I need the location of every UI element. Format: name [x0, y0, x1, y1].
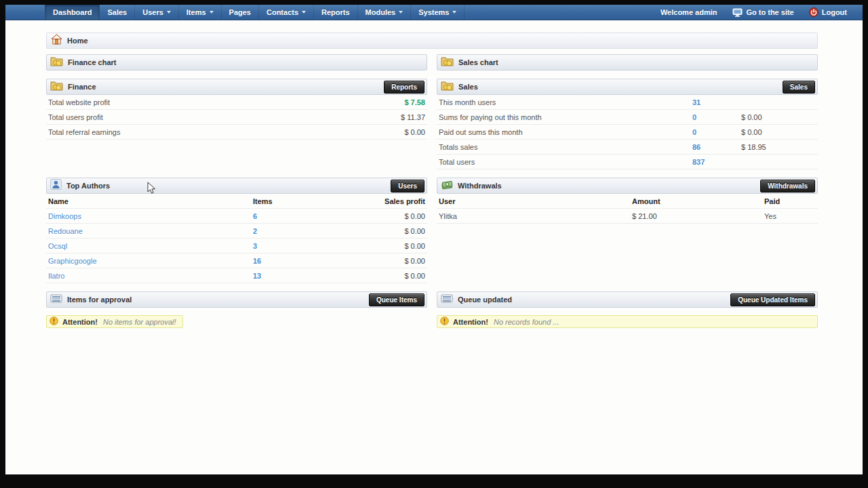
row-label: Paid out sums this month	[439, 128, 692, 136]
main-content: Home Finance chart Sales chart	[5, 20, 863, 328]
panel-title: Items for approval	[67, 296, 132, 304]
author-link[interactable]: Redouane	[48, 227, 83, 235]
nav-reports[interactable]: Reports	[314, 5, 358, 20]
table-row: Sums for paying out this month 0 $ 0.00	[437, 110, 818, 125]
logout-link[interactable]: Logout	[802, 5, 854, 20]
nav-items-label: Items	[186, 8, 206, 16]
row-amount: $ 21.00	[632, 212, 764, 220]
panel-title: Finance chart	[68, 58, 117, 66]
sales-table: This month users 31 Sums for paying out …	[437, 95, 818, 169]
attention-icon	[440, 317, 449, 327]
chevron-down-icon	[302, 11, 306, 14]
users-button[interactable]: Users	[391, 180, 425, 192]
items-count-link[interactable]: 3	[253, 242, 257, 250]
logout-label: Logout	[822, 8, 847, 16]
queue-icon	[50, 293, 62, 306]
breadcrumb-home[interactable]: Home	[67, 37, 88, 45]
nav-users[interactable]: Users	[135, 5, 179, 20]
table-row: Totals sales 86 $ 18.95	[437, 140, 818, 155]
count-link[interactable]: 837	[692, 158, 705, 166]
go-to-site-link[interactable]: Go to the site	[725, 5, 801, 20]
reports-button[interactable]: Reports	[384, 81, 425, 94]
table-row: Ylitka $ 21.00 Yes	[437, 209, 818, 224]
count-link[interactable]: 0	[692, 128, 696, 136]
chevron-down-icon	[210, 11, 214, 14]
withdrawals-panel: Withdrawals Withdrawals User Amount Paid…	[437, 178, 818, 224]
nav-contacts[interactable]: Contacts	[259, 5, 314, 20]
row-label: Sums for paying out this month	[439, 113, 692, 121]
money-folder-icon	[441, 81, 454, 94]
author-link[interactable]: Graphicgoogle	[48, 257, 97, 265]
panel-title: Finance	[68, 83, 96, 91]
finance-panel: Finance Reports Total website profit $ 7…	[46, 79, 427, 140]
nav-items[interactable]: Items	[179, 5, 222, 20]
sales-panel-header: Sales Sales	[437, 79, 818, 95]
nav-systems-label: Systems	[418, 8, 449, 16]
count-link[interactable]: 31	[692, 98, 701, 106]
browser-viewport: Dashboard Sales Users Items Pages Contac…	[5, 5, 863, 474]
author-link[interactable]: Ilatro	[48, 272, 64, 280]
row-label: Total users profit	[48, 113, 401, 121]
attention-message: Attention! No records found ...	[437, 315, 818, 328]
nav-contacts-label: Contacts	[267, 8, 298, 16]
panel-title: Queue updated	[458, 296, 512, 304]
items-count-link[interactable]: 2	[253, 227, 257, 235]
nav-users-label: Users	[142, 8, 163, 16]
queue-updated-panel: Queue updated Queue Updated Items Attent…	[437, 291, 818, 328]
author-link[interactable]: Dimkoops	[48, 212, 81, 220]
row-profit: $ 0.00	[337, 257, 425, 265]
items-count-link[interactable]: 13	[253, 272, 261, 280]
money-folder-icon	[50, 81, 63, 94]
nav-systems[interactable]: Systems	[411, 5, 465, 20]
items-count-link[interactable]: 16	[253, 257, 261, 265]
row-label: Total users	[439, 158, 692, 166]
table-row: Total users profit $ 11.37	[46, 110, 427, 125]
author-link[interactable]: Ocsql	[48, 242, 67, 250]
table-row: This month users 31	[437, 95, 818, 110]
cash-icon	[441, 180, 453, 192]
row-value: $ 11.37	[401, 113, 425, 121]
row-user: Ylitka	[439, 212, 632, 220]
sales-panel: Sales Sales This month users 31 Sums for…	[437, 79, 818, 169]
attention-message: Attention! No items for approval!	[46, 315, 183, 328]
home-icon	[51, 34, 62, 47]
monitor-icon	[732, 8, 743, 17]
top-navigation: Dashboard Sales Users Items Pages Contac…	[5, 5, 863, 20]
table-row: Ocsql 3 $ 0.00	[46, 239, 427, 253]
nav-dashboard[interactable]: Dashboard	[45, 5, 100, 20]
table-header-row: User Amount Paid	[437, 194, 818, 209]
row-amount: $ 0.00	[741, 113, 816, 121]
top-authors-panel: Top Authors Users Name Items Sales profi…	[46, 178, 427, 283]
items-for-approval-panel: Items for approval Queue Items Attention…	[46, 291, 427, 328]
row-amount: $ 18.95	[741, 143, 816, 151]
breadcrumb: Home	[46, 33, 818, 49]
items-count-link[interactable]: 6	[253, 212, 257, 220]
table-row: Ilatro 13 $ 0.00	[46, 268, 427, 283]
panel-title: Top Authors	[66, 182, 110, 190]
withdrawals-header: Withdrawals Withdrawals	[437, 178, 818, 194]
nav-sales[interactable]: Sales	[100, 5, 135, 20]
column-header: Paid	[764, 197, 816, 205]
money-folder-icon	[441, 56, 454, 69]
row-value: $ 7.58	[404, 98, 425, 106]
nav-pages[interactable]: Pages	[222, 5, 259, 20]
row-label: This month users	[439, 98, 692, 106]
attention-icon	[50, 317, 58, 327]
nav-modules[interactable]: Modules	[358, 5, 412, 20]
table-row: Graphicgoogle 16 $ 0.00	[46, 253, 427, 268]
count-link[interactable]: 0	[692, 113, 696, 121]
attention-label: Attention!	[453, 318, 488, 326]
count-link[interactable]: 86	[692, 143, 701, 151]
welcome-text: Welcome admin	[652, 5, 726, 20]
queue-updated-items-button[interactable]: Queue Updated Items	[730, 293, 815, 306]
items-for-approval-header: Items for approval Queue Items	[46, 291, 427, 308]
table-row: Total website profit $ 7.58	[46, 95, 427, 110]
sales-button[interactable]: Sales	[783, 81, 815, 94]
row-paid: Yes	[764, 212, 816, 220]
table-row: Total users 837	[437, 155, 818, 169]
chevron-down-icon	[167, 11, 171, 14]
queue-items-button[interactable]: Queue Items	[369, 293, 425, 306]
sales-chart-header: Sales chart	[437, 54, 818, 70]
withdrawals-button[interactable]: Withdrawals	[760, 180, 815, 192]
row-profit: $ 0.00	[337, 212, 425, 220]
